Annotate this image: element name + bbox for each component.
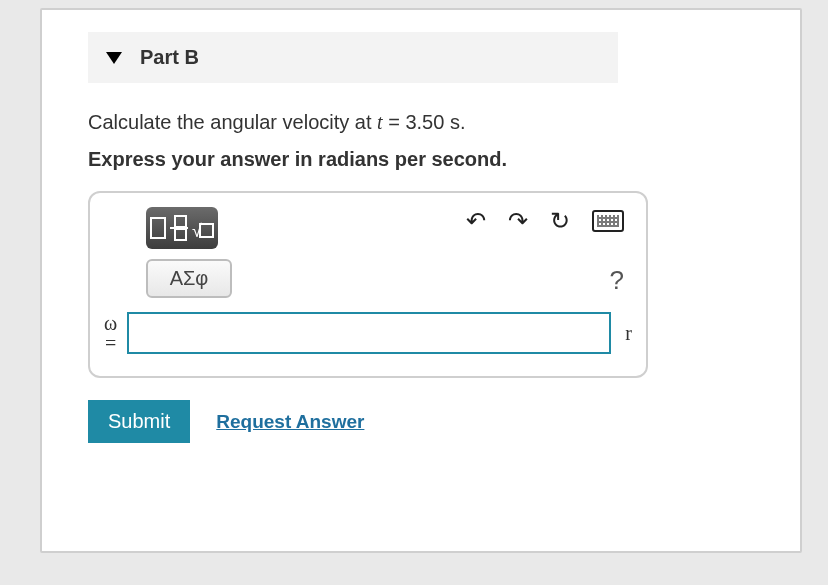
- unit-label: r: [621, 322, 632, 345]
- submit-button[interactable]: Submit: [88, 400, 190, 443]
- template-sqrt-icon: √: [192, 218, 214, 238]
- prompt-equals: = 3.50 s.: [383, 111, 466, 133]
- redo-icon[interactable]: ↷: [508, 207, 528, 235]
- answer-input-row: ω = r: [90, 298, 646, 376]
- equals-symbol: =: [105, 333, 116, 353]
- equation-toolbar: √ ΑΣφ ↶ ↷ ↻ ?: [90, 193, 646, 298]
- instruction-text: Express your answer in radians per secon…: [88, 148, 770, 171]
- undo-icon[interactable]: ↶: [466, 207, 486, 235]
- template-box-icon: [150, 217, 166, 239]
- action-row: Submit Request Answer: [88, 400, 770, 443]
- template-fraction-icon: [170, 215, 188, 241]
- keyboard-icon[interactable]: [592, 210, 624, 232]
- help-button[interactable]: ?: [610, 265, 624, 296]
- answer-input[interactable]: [127, 312, 611, 354]
- part-header[interactable]: Part B: [88, 32, 618, 83]
- answer-variable-label: ω =: [104, 313, 117, 353]
- prompt-text-before: Calculate the angular velocity at: [88, 111, 377, 133]
- greek-letters-button[interactable]: ΑΣφ: [146, 259, 232, 298]
- part-title: Part B: [140, 46, 199, 69]
- answer-area: √ ΑΣφ ↶ ↷ ↻ ? ω: [88, 191, 648, 378]
- question-prompt: Calculate the angular velocity at t = 3.…: [88, 111, 770, 134]
- reset-icon[interactable]: ↻: [550, 207, 570, 235]
- math-templates-button[interactable]: √: [146, 207, 218, 249]
- question-panel: Part B Calculate the angular velocity at…: [40, 8, 802, 553]
- request-answer-link[interactable]: Request Answer: [216, 411, 364, 433]
- omega-symbol: ω: [104, 313, 117, 333]
- collapse-triangle-icon: [106, 52, 122, 64]
